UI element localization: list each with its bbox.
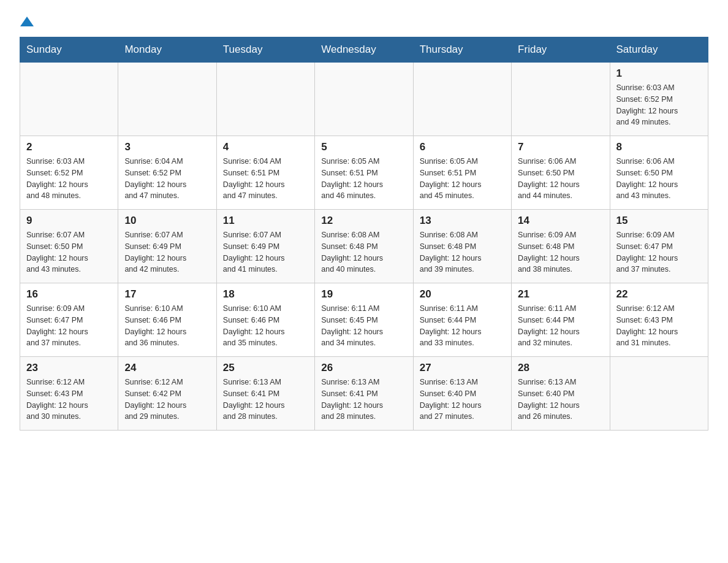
day-info: Sunrise: 6:07 AM Sunset: 6:49 PM Dayligh… <box>124 229 210 275</box>
day-info: Sunrise: 6:12 AM Sunset: 6:42 PM Dayligh… <box>124 377 210 423</box>
calendar-cell: 15Sunrise: 6:09 AM Sunset: 6:47 PM Dayli… <box>610 210 708 283</box>
day-number: 3 <box>124 141 210 153</box>
calendar-cell: 26Sunrise: 6:13 AM Sunset: 6:41 PM Dayli… <box>315 357 413 431</box>
calendar-cell: 10Sunrise: 6:07 AM Sunset: 6:49 PM Dayli… <box>118 210 216 283</box>
day-number: 16 <box>26 288 112 301</box>
day-number: 27 <box>420 362 505 374</box>
day-number: 17 <box>124 288 210 301</box>
column-header-friday: Friday <box>512 37 610 63</box>
day-info: Sunrise: 6:04 AM Sunset: 6:51 PM Dayligh… <box>223 156 308 202</box>
day-number: 24 <box>124 362 210 374</box>
day-info: Sunrise: 6:13 AM Sunset: 6:40 PM Dayligh… <box>518 377 603 423</box>
column-header-monday: Monday <box>118 37 216 63</box>
calendar-cell: 13Sunrise: 6:08 AM Sunset: 6:48 PM Dayli… <box>413 210 511 283</box>
calendar-cell: 27Sunrise: 6:13 AM Sunset: 6:40 PM Dayli… <box>413 357 511 431</box>
day-info: Sunrise: 6:12 AM Sunset: 6:43 PM Dayligh… <box>26 377 112 423</box>
calendar-cell: 2Sunrise: 6:03 AM Sunset: 6:52 PM Daylig… <box>20 136 118 210</box>
calendar-cell: 18Sunrise: 6:10 AM Sunset: 6:46 PM Dayli… <box>216 283 314 357</box>
logo-icon <box>20 15 34 28</box>
calendar-cell <box>512 63 610 136</box>
day-info: Sunrise: 6:08 AM Sunset: 6:48 PM Dayligh… <box>420 229 505 275</box>
calendar-cell: 6Sunrise: 6:05 AM Sunset: 6:51 PM Daylig… <box>413 136 511 210</box>
calendar-cell: 22Sunrise: 6:12 AM Sunset: 6:43 PM Dayli… <box>610 283 708 357</box>
day-info: Sunrise: 6:07 AM Sunset: 6:49 PM Dayligh… <box>223 229 308 275</box>
column-header-thursday: Thursday <box>413 37 511 63</box>
svg-marker-0 <box>20 17 34 26</box>
logo <box>20 15 34 26</box>
day-info: Sunrise: 6:09 AM Sunset: 6:47 PM Dayligh… <box>616 229 702 275</box>
calendar-cell <box>216 63 314 136</box>
day-number: 1 <box>616 67 702 80</box>
day-info: Sunrise: 6:11 AM Sunset: 6:44 PM Dayligh… <box>420 303 505 349</box>
calendar-header-row: SundayMondayTuesdayWednesdayThursdayFrid… <box>20 37 708 63</box>
day-info: Sunrise: 6:11 AM Sunset: 6:45 PM Dayligh… <box>321 303 406 349</box>
day-number: 26 <box>321 362 406 374</box>
calendar-cell: 20Sunrise: 6:11 AM Sunset: 6:44 PM Dayli… <box>413 283 511 357</box>
calendar-cell: 12Sunrise: 6:08 AM Sunset: 6:48 PM Dayli… <box>315 210 413 283</box>
calendar-week-row: 9Sunrise: 6:07 AM Sunset: 6:50 PM Daylig… <box>20 210 708 283</box>
day-number: 11 <box>223 215 308 227</box>
calendar-week-row: 16Sunrise: 6:09 AM Sunset: 6:47 PM Dayli… <box>20 283 708 357</box>
column-header-tuesday: Tuesday <box>216 37 314 63</box>
day-info: Sunrise: 6:06 AM Sunset: 6:50 PM Dayligh… <box>518 156 603 202</box>
day-number: 22 <box>616 288 702 301</box>
calendar-cell: 24Sunrise: 6:12 AM Sunset: 6:42 PM Dayli… <box>118 357 216 431</box>
day-number: 28 <box>518 362 603 374</box>
day-info: Sunrise: 6:03 AM Sunset: 6:52 PM Dayligh… <box>26 156 112 202</box>
calendar-week-row: 2Sunrise: 6:03 AM Sunset: 6:52 PM Daylig… <box>20 136 708 210</box>
calendar-cell <box>413 63 511 136</box>
day-info: Sunrise: 6:08 AM Sunset: 6:48 PM Dayligh… <box>321 229 406 275</box>
calendar-cell: 16Sunrise: 6:09 AM Sunset: 6:47 PM Dayli… <box>20 283 118 357</box>
day-info: Sunrise: 6:05 AM Sunset: 6:51 PM Dayligh… <box>420 156 505 202</box>
day-info: Sunrise: 6:09 AM Sunset: 6:48 PM Dayligh… <box>518 229 603 275</box>
day-number: 14 <box>518 215 603 227</box>
calendar-cell: 3Sunrise: 6:04 AM Sunset: 6:52 PM Daylig… <box>118 136 216 210</box>
day-number: 15 <box>616 215 702 227</box>
calendar-week-row: 23Sunrise: 6:12 AM Sunset: 6:43 PM Dayli… <box>20 357 708 431</box>
day-number: 4 <box>223 141 308 153</box>
day-number: 7 <box>518 141 603 153</box>
day-info: Sunrise: 6:07 AM Sunset: 6:50 PM Dayligh… <box>26 229 112 275</box>
column-header-sunday: Sunday <box>20 37 118 63</box>
day-number: 5 <box>321 141 406 153</box>
day-number: 19 <box>321 288 406 301</box>
column-header-saturday: Saturday <box>610 37 708 63</box>
day-info: Sunrise: 6:10 AM Sunset: 6:46 PM Dayligh… <box>223 303 308 349</box>
calendar-cell <box>118 63 216 136</box>
day-info: Sunrise: 6:04 AM Sunset: 6:52 PM Dayligh… <box>124 156 210 202</box>
page-header <box>20 15 708 26</box>
calendar-cell <box>20 63 118 136</box>
calendar-cell: 19Sunrise: 6:11 AM Sunset: 6:45 PM Dayli… <box>315 283 413 357</box>
day-number: 20 <box>420 288 505 301</box>
calendar-cell: 11Sunrise: 6:07 AM Sunset: 6:49 PM Dayli… <box>216 210 314 283</box>
day-number: 8 <box>616 141 702 153</box>
day-info: Sunrise: 6:06 AM Sunset: 6:50 PM Dayligh… <box>616 156 702 202</box>
day-number: 18 <box>223 288 308 301</box>
day-info: Sunrise: 6:13 AM Sunset: 6:41 PM Dayligh… <box>321 377 406 423</box>
day-number: 13 <box>420 215 505 227</box>
calendar-cell: 17Sunrise: 6:10 AM Sunset: 6:46 PM Dayli… <box>118 283 216 357</box>
day-info: Sunrise: 6:12 AM Sunset: 6:43 PM Dayligh… <box>616 303 702 349</box>
calendar-cell <box>610 357 708 431</box>
day-number: 23 <box>26 362 112 374</box>
day-number: 21 <box>518 288 603 301</box>
calendar-cell: 28Sunrise: 6:13 AM Sunset: 6:40 PM Dayli… <box>512 357 610 431</box>
day-number: 2 <box>26 141 112 153</box>
day-number: 10 <box>124 215 210 227</box>
calendar-cell: 21Sunrise: 6:11 AM Sunset: 6:44 PM Dayli… <box>512 283 610 357</box>
calendar-cell <box>315 63 413 136</box>
day-info: Sunrise: 6:10 AM Sunset: 6:46 PM Dayligh… <box>124 303 210 349</box>
day-info: Sunrise: 6:11 AM Sunset: 6:44 PM Dayligh… <box>518 303 603 349</box>
calendar-cell: 1Sunrise: 6:03 AM Sunset: 6:52 PM Daylig… <box>610 63 708 136</box>
calendar-week-row: 1Sunrise: 6:03 AM Sunset: 6:52 PM Daylig… <box>20 63 708 136</box>
day-info: Sunrise: 6:13 AM Sunset: 6:40 PM Dayligh… <box>420 377 505 423</box>
calendar-cell: 8Sunrise: 6:06 AM Sunset: 6:50 PM Daylig… <box>610 136 708 210</box>
day-number: 9 <box>26 215 112 227</box>
day-info: Sunrise: 6:09 AM Sunset: 6:47 PM Dayligh… <box>26 303 112 349</box>
day-info: Sunrise: 6:13 AM Sunset: 6:41 PM Dayligh… <box>223 377 308 423</box>
calendar-table: SundayMondayTuesdayWednesdayThursdayFrid… <box>20 37 708 431</box>
day-number: 12 <box>321 215 406 227</box>
day-number: 25 <box>223 362 308 374</box>
calendar-cell: 5Sunrise: 6:05 AM Sunset: 6:51 PM Daylig… <box>315 136 413 210</box>
calendar-cell: 9Sunrise: 6:07 AM Sunset: 6:50 PM Daylig… <box>20 210 118 283</box>
